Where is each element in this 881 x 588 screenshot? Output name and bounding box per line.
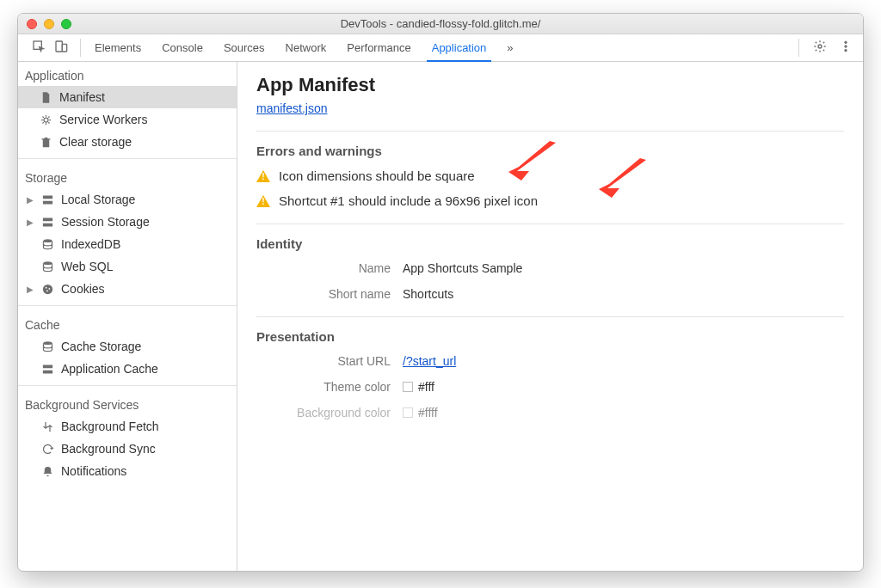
grid-icon — [40, 193, 54, 206]
svg-point-18 — [43, 341, 52, 345]
warning-text: Shortcut #1 should include a 96x96 pixel… — [279, 193, 538, 208]
database-icon — [40, 260, 54, 273]
inspect-icon[interactable] — [32, 40, 46, 56]
svg-rect-1 — [56, 41, 62, 52]
grid-icon — [40, 215, 54, 229]
warning-row: Shortcut #1 should include a 96x96 pixel… — [256, 193, 844, 208]
field-value-theme-color: #fff — [418, 380, 434, 394]
field-label-short-name: Short name — [256, 287, 403, 301]
sidebar-item-service-workers[interactable]: Service Workers — [18, 108, 237, 131]
gear-icon — [39, 113, 52, 126]
svg-point-13 — [43, 261, 52, 265]
sidebar-item-label: Web SQL — [61, 260, 113, 273]
sidebar-item-application-cache[interactable]: Application Cache — [18, 358, 237, 380]
color-swatch — [403, 382, 413, 392]
svg-rect-19 — [42, 364, 52, 368]
field-value-short-name: Shortcuts — [403, 287, 453, 301]
tab-console[interactable]: Console — [151, 34, 213, 61]
sidebar-item-label: Cookies — [61, 282, 105, 296]
field-value-start-url[interactable]: /?start_url — [403, 354, 456, 368]
color-swatch — [403, 407, 413, 418]
sidebar-item-label: Clear storage — [59, 135, 132, 149]
sidebar-item-label: Application Cache — [61, 362, 158, 376]
tab-network[interactable]: Network — [275, 34, 337, 61]
svg-rect-10 — [42, 217, 52, 221]
tab-sources[interactable]: Sources — [213, 34, 275, 61]
svg-point-3 — [818, 45, 822, 48]
disclosure-triangle-icon[interactable]: ▶ — [27, 285, 34, 294]
sidebar-item-web-sql[interactable]: Web SQL — [18, 255, 237, 278]
sidebar-item-local-storage[interactable]: ▶ Local Storage — [18, 188, 237, 211]
swap-icon — [40, 420, 54, 433]
svg-rect-11 — [42, 223, 52, 226]
svg-point-14 — [42, 284, 52, 293]
svg-point-4 — [845, 41, 847, 44]
field-label-bg-color: Background color — [256, 406, 403, 420]
svg-rect-2 — [62, 44, 66, 52]
sync-icon — [40, 442, 54, 456]
sidebar-item-background-sync[interactable]: Background Sync — [18, 438, 237, 460]
sidebar-item-clear-storage[interactable]: Clear storage — [18, 131, 237, 153]
tabs-overflow-button[interactable]: » — [496, 34, 523, 61]
sidebar-item-label: Notifications — [61, 464, 126, 478]
field-value-name: App Shortcuts Sample — [403, 261, 522, 275]
database-icon — [40, 340, 54, 353]
sidebar-item-label: Background Fetch — [61, 420, 159, 433]
svg-point-15 — [45, 286, 46, 288]
section-identity-title: Identity — [256, 236, 844, 251]
device-toggle-icon[interactable] — [54, 40, 68, 56]
page-title: App Manifest — [256, 74, 844, 96]
tab-application[interactable]: Application — [422, 34, 497, 61]
warning-icon — [256, 170, 270, 182]
svg-point-7 — [44, 118, 48, 122]
sidebar-item-label: Local Storage — [61, 193, 135, 206]
disclosure-triangle-icon[interactable]: ▶ — [27, 195, 34, 205]
sidebar-item-label: Session Storage — [61, 215, 150, 229]
sidebar-item-cookies[interactable]: ▶ Cookies — [18, 278, 237, 300]
sidebar-item-label: Background Sync — [61, 442, 156, 456]
svg-point-6 — [845, 49, 847, 52]
sidebar-group-background-services: Background Services — [18, 391, 237, 415]
sidebar-item-label: Cache Storage — [61, 340, 141, 353]
settings-icon[interactable] — [813, 40, 827, 56]
bell-icon — [40, 464, 54, 478]
file-icon — [39, 90, 52, 104]
cookie-icon — [40, 282, 54, 296]
field-label-theme-color: Theme color — [256, 380, 403, 394]
svg-rect-20 — [42, 370, 52, 373]
manifest-link[interactable]: manifest.json — [256, 101, 327, 115]
sidebar-item-indexeddb[interactable]: IndexedDB — [18, 233, 237, 255]
section-errors-title: Errors and warnings — [256, 144, 844, 158]
field-label-start-url: Start URL — [256, 354, 403, 368]
database-icon — [40, 237, 54, 251]
tab-elements[interactable]: Elements — [84, 34, 151, 61]
sidebar-group-storage: Storage — [18, 164, 237, 188]
sidebar-item-manifest[interactable]: Manifest — [18, 86, 237, 108]
sidebar-group-application: Application — [18, 62, 237, 86]
kebab-menu-icon[interactable] — [839, 40, 853, 56]
section-presentation-title: Presentation — [256, 329, 844, 344]
sidebar-item-notifications[interactable]: Notifications — [18, 460, 237, 482]
tab-performance[interactable]: Performance — [336, 34, 421, 61]
disclosure-triangle-icon[interactable]: ▶ — [27, 217, 34, 227]
warning-row: Icon dimensions should be square — [256, 168, 844, 183]
sidebar-item-session-storage[interactable]: ▶ Session Storage — [18, 211, 237, 233]
field-value-bg-color: #ffff — [418, 406, 438, 420]
manifest-panel: App Manifest manifest.json Errors and wa… — [237, 62, 863, 571]
svg-rect-8 — [42, 195, 52, 199]
warning-icon — [256, 195, 270, 207]
svg-point-17 — [46, 290, 48, 291]
svg-point-16 — [48, 288, 50, 290]
svg-rect-9 — [42, 200, 52, 204]
svg-point-12 — [43, 239, 52, 242]
field-label-name: Name — [256, 261, 403, 275]
sidebar-item-cache-storage[interactable]: Cache Storage — [18, 335, 237, 358]
svg-point-5 — [845, 46, 847, 48]
sidebar-item-label: Manifest — [59, 90, 105, 104]
sidebar-item-label: IndexedDB — [61, 237, 120, 251]
window-title: DevTools - candied-flossy-fold.glitch.me… — [18, 17, 863, 30]
trash-icon — [39, 135, 52, 149]
sidebar-item-background-fetch[interactable]: Background Fetch — [18, 415, 237, 438]
grid-icon — [40, 362, 54, 376]
application-sidebar: Application Manifest Service Workers Cle… — [18, 62, 237, 571]
